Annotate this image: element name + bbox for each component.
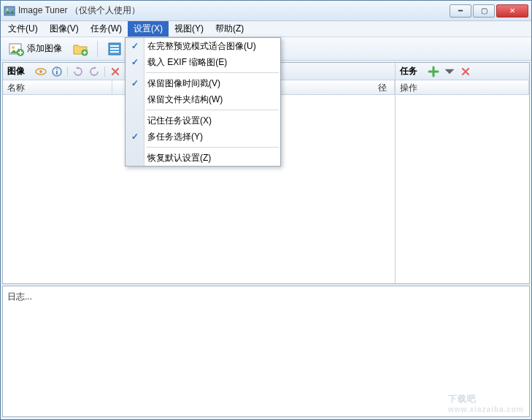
tasks-panel: 任务 操作	[396, 63, 529, 283]
menu-help[interactable]: 帮助(Z)	[209, 21, 250, 37]
check-icon: ✓	[130, 131, 140, 142]
svg-point-1	[7, 8, 9, 10]
settings-dropdown: ✓在完整预览模式适合图像(U) ✓载入 EXIF 缩略图(E) ✓保留图像时间戳…	[125, 37, 281, 167]
svg-point-3	[12, 46, 15, 49]
tasks-list[interactable]	[396, 95, 529, 283]
titlebar: Image Tuner （仅供个人使用） ━ ▢ ✕	[1, 1, 531, 21]
tasks-panel-header: 任务	[396, 63, 529, 80]
window-title: Image Tuner （仅供个人使用）	[18, 4, 448, 17]
dropdown-separator	[146, 110, 279, 110]
tasks-column-header: 操作	[396, 80, 529, 95]
check-icon: ✓	[130, 78, 140, 88]
add-images-button[interactable]: 添加图像	[5, 39, 65, 58]
add-folder-button[interactable]	[69, 39, 91, 58]
delete-icon[interactable]	[109, 66, 121, 77]
menu-task[interactable]: 任务(W)	[85, 21, 128, 37]
eye-icon[interactable]	[35, 66, 47, 77]
info-icon[interactable]	[51, 66, 63, 77]
app-window: Image Tuner （仅供个人使用） ━ ▢ ✕ 文件(U) 图像(V) 任…	[0, 0, 532, 420]
menu-keep-timestamp[interactable]: ✓保留图像时间戳(V)	[126, 75, 280, 91]
menu-settings[interactable]: 设置(X)	[128, 21, 169, 37]
col-action[interactable]: 操作	[396, 80, 529, 94]
menu-remember-task[interactable]: 记住任务设置(X)	[126, 112, 280, 129]
rotate-right-icon[interactable]	[88, 66, 100, 77]
col-name[interactable]: 名称	[3, 80, 112, 94]
list-icon	[107, 41, 123, 57]
add-task-icon[interactable]	[428, 66, 439, 77]
menu-load-exif[interactable]: ✓载入 EXIF 缩略图(E)	[126, 54, 280, 70]
app-icon	[4, 5, 15, 17]
window-buttons: ━ ▢ ✕	[448, 4, 528, 18]
svg-rect-7	[110, 45, 119, 47]
dropdown-icon[interactable]	[444, 66, 455, 77]
tasks-panel-title: 任务	[400, 65, 417, 77]
menu-fit-preview[interactable]: ✓在完整预览模式适合图像(U)	[126, 38, 280, 54]
header-separator	[104, 66, 105, 77]
log-text: 日志...	[7, 291, 32, 302]
add-image-icon	[8, 41, 24, 57]
list-view-button[interactable]	[104, 39, 126, 58]
svg-point-14	[56, 68, 58, 69]
menu-multi-select[interactable]: ✓多任务选择(Y)	[126, 129, 280, 145]
menu-file[interactable]: 文件(U)	[2, 21, 44, 37]
svg-point-11	[39, 70, 42, 73]
check-icon: ✓	[130, 57, 140, 67]
dropdown-separator	[146, 72, 279, 73]
svg-rect-9	[110, 51, 119, 53]
menu-restore-defaults[interactable]: 恢复默认设置(Z)	[126, 150, 280, 166]
menu-image[interactable]: 图像(V)	[44, 21, 85, 37]
menu-view[interactable]: 视图(Y)	[169, 21, 209, 37]
folder-add-icon	[72, 41, 88, 57]
svg-rect-8	[110, 48, 119, 50]
images-panel-title: 图像	[7, 65, 25, 77]
maximize-button[interactable]: ▢	[473, 4, 495, 18]
menu-keep-folder[interactable]: 保留文件夹结构(W)	[126, 91, 280, 107]
toolbar-separator	[97, 41, 98, 57]
menubar: 文件(U) 图像(V) 任务(W) 设置(X) 视图(Y) 帮助(Z)	[1, 21, 531, 37]
remove-task-icon[interactable]	[460, 66, 471, 77]
svg-rect-0	[4, 7, 15, 15]
check-icon: ✓	[130, 41, 140, 51]
svg-rect-13	[56, 71, 58, 75]
add-images-label: 添加图像	[27, 42, 62, 55]
minimize-button[interactable]: ━	[450, 4, 471, 18]
log-panel: 日志...	[2, 286, 530, 417]
rotate-left-icon[interactable]	[72, 66, 84, 77]
dropdown-separator	[146, 147, 279, 148]
header-separator	[67, 66, 68, 77]
close-button[interactable]: ✕	[496, 4, 528, 18]
